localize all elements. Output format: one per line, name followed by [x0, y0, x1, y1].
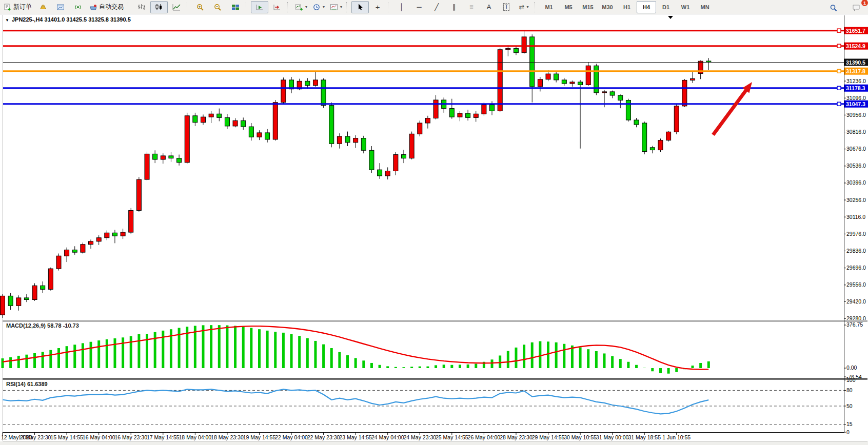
price-line-badge-label: 31047.3 — [846, 101, 865, 107]
candle-body — [482, 105, 486, 114]
price-axis-tick: 30816.0 — [846, 129, 866, 135]
candle-body — [618, 95, 623, 100]
chart-canvas[interactable]: 1008050150376.750.00-76.5431516.031376.0… — [0, 0, 868, 445]
rsi-axis-tick: 0 — [846, 429, 850, 435]
candle-body — [233, 120, 238, 126]
rsi-indicator-label: RSI(14) 61.6389 — [6, 381, 48, 387]
line-handle[interactable] — [837, 86, 841, 90]
candle-body — [321, 80, 326, 106]
candle-body — [153, 154, 157, 159]
candle-body — [65, 250, 69, 256]
candle-body — [466, 113, 470, 117]
price-axis-tick: 29836.0 — [846, 248, 866, 254]
candle-body — [305, 81, 310, 85]
line-handle[interactable] — [837, 102, 841, 106]
trading-terminal-window: { "toolbar": { "groups": [ {"name":"trad… — [0, 0, 868, 445]
time-axis-label: 22 May 23:30 — [307, 434, 340, 440]
candle-body — [658, 140, 663, 150]
candle-body — [185, 116, 189, 163]
candle-body — [682, 80, 687, 106]
candle-body — [121, 232, 125, 236]
candle-body — [105, 233, 109, 237]
price-line-badge-label: 31390.5 — [846, 59, 865, 66]
chart-ohlc-values: 31401.0 31425.5 31325.8 31390.5 — [45, 16, 131, 23]
candle-body — [145, 154, 149, 179]
candle-body — [409, 134, 414, 158]
line-handle[interactable] — [837, 44, 841, 48]
candle-body — [449, 109, 454, 117]
price-axis-tick: 29976.0 — [846, 231, 866, 237]
price-line-badge-label: 31524.9 — [846, 43, 865, 49]
chart-caption: ▼JPN225-,H4 31401.0 31425.5 31325.8 3139… — [5, 16, 131, 23]
price-axis-tick: 30536.0 — [846, 163, 866, 169]
candle-body — [538, 79, 542, 87]
time-axis-label: 23 May 14:55 — [339, 434, 372, 440]
candle-body — [562, 80, 566, 84]
time-axis-label: 1 Jun 10:55 — [662, 434, 691, 440]
candle-body — [578, 82, 583, 85]
candle-body — [570, 82, 575, 84]
time-axis-label: 19 May 14:55 — [243, 434, 276, 440]
line-handle[interactable] — [837, 29, 841, 32]
time-axis-label: 17 May 14:55 — [147, 434, 180, 440]
candle-body — [1, 296, 5, 315]
time-axis-label: 28 May 23:30 — [500, 434, 532, 440]
price-axis-tick: 30676.0 — [846, 146, 866, 152]
candle-body — [650, 148, 655, 150]
candle-body — [217, 114, 222, 117]
candle-body — [48, 269, 53, 289]
price-axis-tick: 30116.0 — [846, 214, 865, 220]
chart-symbol-period: JPN225-,H4 — [12, 16, 43, 23]
time-axis-label: 18 May 04:00 — [179, 434, 212, 440]
time-axis-label: 29 May 14:55 — [532, 434, 565, 440]
candle-body — [329, 106, 334, 144]
time-axis-label: 24 May 04:00 — [371, 434, 404, 440]
candle-body — [249, 127, 253, 137]
candle-body — [642, 123, 647, 152]
price-axis-tick: 30956.0 — [846, 112, 866, 118]
time-axis-label: 16 May 04:00 — [83, 434, 115, 440]
candle-body — [546, 74, 550, 79]
candle-body — [241, 120, 246, 127]
candle-body — [498, 50, 502, 111]
candle-body — [136, 179, 141, 210]
rsi-axis-tick: 80 — [846, 387, 853, 393]
candle-body — [385, 171, 390, 176]
candle-body — [56, 256, 61, 269]
candle-body — [201, 117, 206, 123]
candle-body — [610, 92, 615, 95]
candle-body — [369, 150, 374, 170]
price-axis-tick: 30396.0 — [846, 179, 866, 186]
candle-body — [81, 245, 85, 252]
chart-caption-collapse-icon[interactable]: ▼ — [5, 18, 9, 23]
candle-body — [129, 210, 133, 232]
price-line-badge-label: 31651.7 — [846, 28, 865, 34]
candle-body — [418, 123, 422, 134]
candle-body — [313, 80, 318, 86]
candle-body — [96, 238, 101, 241]
macd-axis-tick: 376.75 — [846, 321, 863, 328]
candle-body — [281, 80, 286, 103]
candle-body — [337, 136, 342, 144]
candle-body — [393, 155, 398, 171]
time-axis-label: 18 May 23:30 — [211, 434, 244, 440]
time-axis-label: 15 May 14:55 — [50, 434, 83, 440]
time-axis-label: 30 May 10:55 — [564, 434, 597, 440]
price-line-badge-label: 31317.8 — [846, 68, 865, 74]
candle-body — [490, 105, 495, 111]
line-handle[interactable] — [837, 69, 841, 73]
candle-body — [169, 156, 173, 158]
candle-body — [8, 296, 13, 306]
price-axis-tick: 31236.0 — [846, 78, 866, 84]
price-axis-tick: 29556.0 — [846, 281, 866, 288]
candle-body — [177, 158, 182, 163]
candle-body — [602, 92, 607, 93]
macd-axis-tick: 0.00 — [846, 365, 857, 371]
candle-body — [458, 113, 462, 117]
candle-body — [425, 118, 430, 123]
candle-body — [514, 48, 518, 52]
candle-body — [161, 156, 165, 159]
candle-body — [273, 103, 278, 139]
candle-body — [32, 286, 37, 299]
candle-body — [506, 48, 510, 49]
